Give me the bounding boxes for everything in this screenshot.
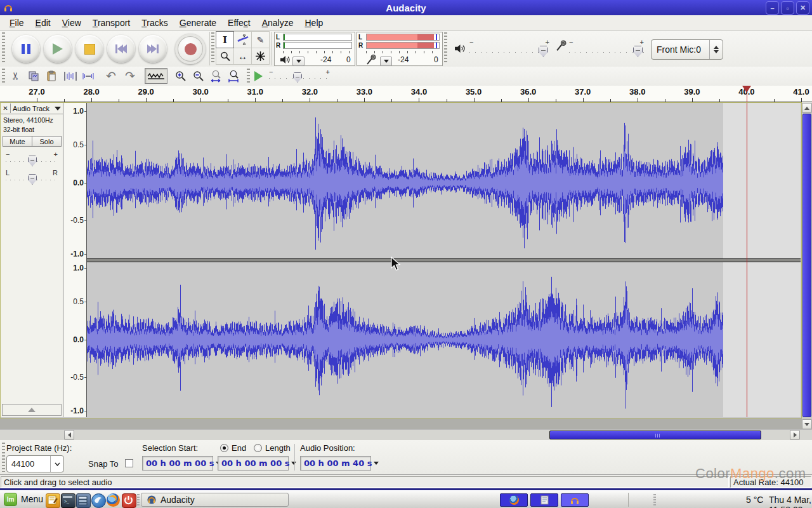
close-button[interactable]: ✕	[796, 1, 809, 15]
pause-button[interactable]	[12, 35, 40, 63]
playback-meter-dropdown[interactable]	[292, 57, 304, 66]
skip-to-end-button[interactable]	[139, 35, 167, 63]
menu-effect[interactable]: Effect	[222, 17, 256, 29]
fit-selection-button[interactable]	[208, 68, 225, 84]
skip-to-start-button[interactable]	[107, 35, 135, 63]
text-editor-launcher[interactable]	[46, 493, 60, 508]
selection-toolbar-grip[interactable]	[2, 443, 5, 472]
cut-button[interactable]: ✂	[8, 68, 24, 84]
shutdown-launcher[interactable]	[122, 493, 136, 508]
stop-button[interactable]	[75, 35, 103, 63]
zoom-tool-button[interactable]	[216, 48, 234, 65]
record-playhead-marker[interactable]	[742, 86, 751, 93]
track-collapse-button[interactable]	[2, 404, 62, 416]
gain-slider[interactable]: − +	[6, 151, 58, 168]
playback-speed-thumb[interactable]	[293, 72, 302, 83]
vertical-scrollbar[interactable]	[802, 103, 812, 429]
clock[interactable]: Thu 4 Mar, 11:58:29	[769, 495, 812, 508]
length-radio[interactable]	[254, 444, 262, 452]
maximize-button[interactable]: ▫	[781, 1, 794, 15]
recording-meter[interactable]: L R -24 0	[357, 32, 443, 66]
project-rate-combo[interactable]: 44100	[6, 455, 64, 472]
mini-window-audacity[interactable]	[561, 493, 589, 507]
waveform-canvas[interactable]	[87, 103, 801, 417]
hscroll-thumb[interactable]	[549, 431, 761, 439]
play-button[interactable]	[44, 35, 72, 63]
output-volume-thumb[interactable]	[539, 46, 548, 57]
input-volume-slider[interactable]: − +	[569, 39, 644, 58]
mini-window-document[interactable]	[530, 493, 558, 507]
file-manager-launcher[interactable]	[76, 493, 91, 508]
menu-file[interactable]: File	[4, 17, 30, 29]
vscroll-down-button[interactable]	[802, 419, 812, 429]
sync-lock-button[interactable]	[145, 68, 167, 84]
zoom-out-button[interactable]	[190, 68, 207, 84]
horizontal-scrollbar[interactable]	[0, 429, 812, 440]
redo-button[interactable]: ↷	[122, 68, 138, 84]
input-device-combo[interactable]: Front Mic:0	[651, 39, 723, 60]
playback-meter[interactable]: L R -24 0	[274, 32, 355, 66]
selection-start-field[interactable]: 00 h 00 m 00 s	[142, 456, 213, 471]
transport-toolbar-grip[interactable]	[2, 32, 5, 64]
tools-toolbar-grip[interactable]	[211, 32, 214, 64]
track-control-panel[interactable]: ✕ Audio Track Stereo, 44100Hz 32-bit flo…	[1, 103, 63, 417]
menu-analyze[interactable]: Analyze	[256, 17, 299, 29]
paste-button[interactable]	[43, 68, 60, 84]
project-rate-dropdown[interactable]	[50, 456, 63, 472]
recording-meter-dropdown[interactable]	[380, 57, 392, 66]
zoom-in-button[interactable]	[173, 68, 189, 84]
thunderbird-launcher[interactable]	[91, 493, 106, 508]
menu-edit[interactable]: Edit	[30, 17, 56, 29]
selection-tool-button[interactable]: I	[216, 31, 234, 48]
playback-speed-slider[interactable]: − +	[269, 69, 330, 83]
minimize-button[interactable]: –	[766, 1, 779, 15]
play-at-speed-button[interactable]	[250, 68, 266, 84]
audacity-task-button[interactable]: Audacity	[141, 493, 289, 507]
input-volume-thumb[interactable]	[633, 46, 643, 57]
end-radio[interactable]	[220, 444, 228, 452]
copy-button[interactable]	[25, 68, 42, 84]
mixer-toolbar-grip[interactable]	[444, 32, 447, 64]
time-shift-tool-button[interactable]: ↔	[233, 48, 252, 65]
vruler-label: 1.0	[73, 264, 84, 272]
mute-button[interactable]: Mute	[3, 136, 32, 147]
mint-menu-icon[interactable]: lm	[4, 493, 17, 506]
record-button[interactable]	[175, 34, 206, 64]
selection-end-field[interactable]: 00 h 00 m 00 s	[218, 456, 289, 471]
menu-generate[interactable]: Generate	[174, 17, 222, 29]
vertical-ruler[interactable]: 1.00.50.0-0.5-1.01.00.50.0-0.5-1.0	[63, 103, 87, 417]
silence-audio-button[interactable]	[80, 68, 96, 84]
hscroll-left-button[interactable]	[64, 430, 74, 440]
menu-button[interactable]: Menu	[21, 494, 43, 504]
menu-transport[interactable]: Transport	[87, 17, 136, 29]
snap-to-checkbox[interactable]	[125, 459, 133, 467]
undo-button[interactable]: ↶	[103, 68, 119, 84]
fit-project-button[interactable]	[226, 68, 242, 84]
multi-tool-button[interactable]	[251, 48, 270, 65]
edit-toolbar-grip[interactable]	[2, 69, 5, 84]
audio-position-field[interactable]: 00 h 00 m 40 s	[300, 456, 371, 471]
mini-window-firefox[interactable]	[500, 493, 528, 507]
timeline-ruler[interactable]: 27.028.029.030.031.032.033.034.035.036.0…	[0, 86, 812, 102]
menu-help[interactable]: Help	[299, 17, 329, 29]
solo-button[interactable]: Solo	[32, 136, 62, 147]
firefox-launcher[interactable]	[107, 493, 120, 507]
gain-thumb[interactable]	[28, 156, 37, 166]
pan-slider[interactable]: L R	[6, 170, 58, 186]
track-close-button[interactable]: ✕	[1, 104, 11, 113]
menu-view[interactable]: View	[56, 17, 87, 29]
envelope-tool-button[interactable]	[233, 31, 252, 48]
field-dropdown-icon[interactable]	[374, 462, 379, 465]
terminal-launcher[interactable]: >_	[61, 493, 75, 508]
hscroll-right-button[interactable]	[790, 430, 800, 440]
trim-audio-button[interactable]	[62, 68, 79, 84]
vscroll-thumb[interactable]	[802, 114, 811, 417]
pan-thumb[interactable]	[28, 174, 37, 185]
title-bar[interactable]: Audacity – ▫ ✕	[0, 0, 812, 15]
track-menu-dropdown-icon[interactable]	[55, 107, 61, 110]
menu-tracks[interactable]: Tracks	[136, 17, 174, 29]
vscroll-up-button[interactable]	[802, 103, 812, 113]
input-device-spinner[interactable]	[709, 40, 723, 59]
draw-tool-button[interactable]: ✎	[251, 31, 270, 48]
output-volume-slider[interactable]: − +	[469, 39, 549, 58]
